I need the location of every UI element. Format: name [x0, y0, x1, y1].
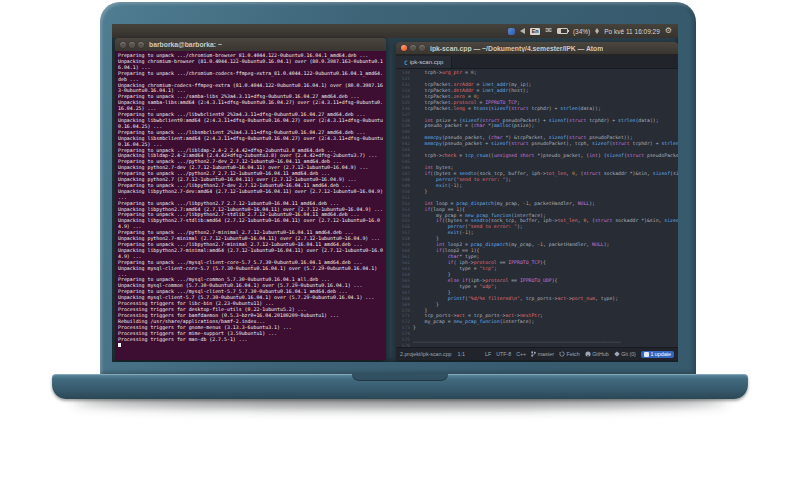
terminal-cursor	[118, 343, 121, 348]
status-item-label: LF	[485, 351, 491, 357]
terminal-line: Unpacking libpython2.7-dev:amd64 (2.7.12…	[118, 189, 383, 201]
laptop-base-notch	[352, 374, 448, 381]
status-item-label: GitHub	[592, 351, 609, 357]
close-button[interactable]	[120, 42, 126, 48]
status-right: LFUTF-8C++masterFetchGitHubGit (0)1 upda…	[485, 351, 674, 358]
terminal-line: Unpacking libwbclient0:amd64 (2:4.3.11+d…	[118, 118, 383, 130]
session-gear-icon[interactable]: ⚙	[665, 27, 672, 35]
status-item-label: 1 update	[650, 351, 671, 357]
status-item-label: Git (0)	[621, 351, 636, 357]
terminal-line: Processing triggers for man-db (2.7.5-1)…	[118, 337, 383, 343]
volume-icon[interactable]	[520, 28, 525, 34]
status-item-utf-8[interactable]: UTF-8	[496, 351, 511, 357]
editor-code[interactable]: 530 tcph->urg_ptr = 0;531 532 tcpPacket.…	[396, 69, 678, 347]
c-language-icon: C	[404, 59, 408, 66]
battery-percentage: (34%)	[573, 28, 590, 35]
terminal-window: barborka@barborka: ~ Preparing to unpack…	[115, 38, 386, 360]
minimize-button[interactable]	[129, 42, 135, 48]
terminal-output[interactable]: Preparing to unpack .../chromium-browser…	[115, 51, 386, 360]
update-icon	[644, 352, 649, 357]
status-item-master[interactable]: master	[531, 351, 554, 357]
status-item-git-0-[interactable]: Git (0)	[614, 351, 636, 357]
system-top-panel: En ✉ (34%) Po kvě 11 16:09:29 ⚙	[112, 24, 678, 38]
network-arrows-icon[interactable]	[595, 28, 599, 35]
status-item-lf[interactable]: LF	[485, 351, 491, 357]
tab-label: ipk-scan.cpp	[410, 59, 444, 65]
sync-icon	[559, 351, 565, 357]
atom-window: ipk-scan.cpp — ~/Dokumenty/4.semester/IP…	[396, 42, 678, 360]
status-item-label: UTF-8	[496, 351, 511, 357]
laptop-screen: En ✉ (34%) Po kvě 11 16:09:29 ⚙ barborka…	[112, 24, 678, 362]
editor-status-bar: 2.projekt/ipk-scan.cpp 1:1 LFUTF-8C++mas…	[396, 347, 678, 360]
terminal-line: Unpacking chromium-browser (81.0.4044.12…	[118, 59, 383, 71]
maximize-button[interactable]	[419, 45, 425, 51]
status-item-github[interactable]: GitHub	[585, 351, 609, 357]
clock[interactable]: Po kvě 11 16:09:29	[604, 28, 660, 35]
editor-tab-bar: C ipk-scan.cpp	[396, 55, 678, 69]
terminal-titlebar[interactable]: barborka@barborka: ~	[115, 38, 386, 52]
terminal-title: barborka@barborka: ~	[149, 41, 222, 48]
status-item-label: C++	[516, 351, 526, 357]
status-item-1-update[interactable]: 1 update	[641, 351, 674, 358]
git-icon	[614, 351, 620, 357]
battery-icon[interactable]	[557, 28, 568, 35]
status-file-path[interactable]: 2.projekt/ipk-scan.cpp	[400, 351, 452, 357]
atom-titlebar[interactable]: ipk-scan.cpp — ~/Dokumenty/4.semester/IP…	[396, 42, 678, 55]
status-item-label: master	[538, 351, 554, 357]
status-cursor-position[interactable]: 1:1	[458, 351, 465, 357]
laptop-mockup-scene: { "colors": { "laptop_body": "#3e6478", …	[0, 0, 800, 477]
branch-icon	[531, 351, 536, 357]
terminal-line: Preparing to unpack .../chromium-codecs-…	[118, 71, 383, 83]
keyboard-layout-indicator[interactable]: En	[530, 28, 540, 35]
atom-title: ipk-scan.cpp — ~/Dokumenty/4.semester/IP…	[430, 45, 603, 52]
terminal-line: Unpacking libpython2.7-minimal:amd64 (2.…	[118, 248, 383, 260]
minimize-button[interactable]	[410, 45, 416, 51]
status-item-label: Fetch	[566, 351, 579, 357]
app-indicator-icon[interactable]	[508, 28, 515, 35]
tab-ipk-scan[interactable]: C ipk-scan.cpp	[396, 56, 452, 68]
maximize-button[interactable]	[138, 42, 144, 48]
terminal-line: Unpacking libsmbclient:amd64 (2:4.3.11+d…	[118, 136, 383, 148]
status-item-c-[interactable]: C++	[516, 351, 526, 357]
status-item-fetch[interactable]: Fetch	[559, 351, 580, 357]
mail-icon[interactable]: ✉	[545, 27, 552, 35]
close-button[interactable]	[401, 45, 407, 51]
github-icon	[585, 351, 591, 357]
